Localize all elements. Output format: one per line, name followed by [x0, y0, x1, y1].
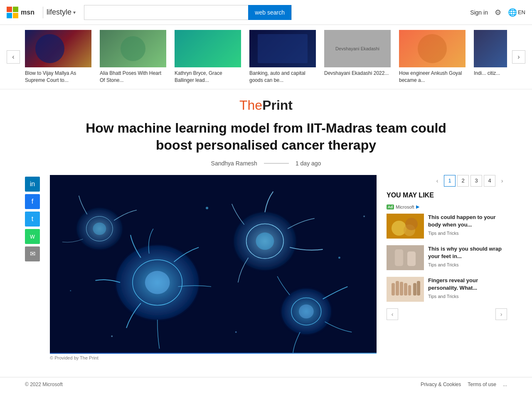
carousel-text-7: Indi... citiz...	[474, 70, 507, 77]
article-title: How machine learning model from IIT-Madr…	[79, 120, 453, 154]
header: msn lifestyle ▾ web search Sign in ⚙ 🌐 E…	[0, 0, 532, 25]
sidebar-next-arrow[interactable]: ›	[495, 308, 507, 320]
svg-rect-43	[408, 285, 411, 296]
linkedin-button[interactable]: in	[25, 177, 40, 192]
search-input[interactable]	[84, 5, 248, 20]
recommend-category-1: Tips and Tricks	[428, 231, 507, 236]
pagination-prev[interactable]: ‹	[432, 175, 442, 187]
carousel-prev-button[interactable]: ‹	[7, 50, 20, 64]
article-section: ThePrint How machine learning model from…	[0, 89, 532, 369]
pagination-next[interactable]: ›	[497, 175, 507, 187]
privacy-link[interactable]: Privacy & Cookies	[421, 382, 461, 387]
ad-label: Ad	[387, 204, 394, 209]
list-item[interactable]: Indi... citiz...	[474, 30, 507, 84]
footer: © 2022 Microsoft Privacy & Cookies Terms…	[0, 377, 532, 392]
recommend-title-3: Fingers reveal your personality. What...	[428, 277, 507, 292]
svg-point-10	[418, 34, 447, 63]
carousel-text-1: Blow to Vijay Mallya As Supreme Court to…	[25, 70, 91, 84]
whatsapp-button[interactable]: w	[25, 229, 40, 244]
svg-rect-35	[387, 245, 424, 270]
svg-rect-9	[258, 34, 308, 63]
search-button[interactable]: web search	[248, 5, 291, 20]
svg-rect-12	[50, 175, 377, 353]
recommend-item[interactable]: This is why you should wrap your feet in…	[387, 245, 507, 270]
msn-logo[interactable]: msn	[7, 7, 34, 18]
carousel-next-button[interactable]: ›	[512, 50, 525, 64]
list-item[interactable]: Banking, auto and capital goods can be..…	[249, 30, 316, 84]
msn-icon	[7, 7, 18, 18]
carousel-thumb-2	[100, 30, 166, 67]
recommend-text-1: This could happen to your body when you.…	[428, 214, 507, 235]
copyright: © 2022 Microsoft	[25, 382, 63, 387]
pagination-page-1[interactable]: 1	[444, 175, 456, 187]
sidebar-prev-arrow[interactable]: ‹	[387, 308, 398, 320]
sidebar-nav: ‹ ›	[387, 308, 507, 320]
facebook-button[interactable]: f	[25, 194, 40, 209]
article-published: 1 day ago	[296, 160, 321, 167]
lifestyle-nav[interactable]: lifestyle ▾	[47, 8, 76, 17]
list-item[interactable]: Devshayani Ekadashi Devshayani Ekadashi …	[324, 30, 391, 84]
pagination-page-3[interactable]: 3	[470, 175, 482, 187]
social-sidebar: in f t w ✉	[25, 175, 40, 360]
svg-point-25	[206, 207, 208, 209]
settings-icon[interactable]: ⚙	[495, 8, 501, 17]
svg-rect-5	[25, 30, 91, 67]
article-author: Sandhya Ramesh	[211, 160, 257, 167]
twitter-button[interactable]: t	[25, 212, 40, 227]
recommend-title-1: This could happen to your body when you.…	[428, 214, 507, 229]
carousel-thumb-1	[25, 30, 91, 67]
carousel-section: ‹ Blow to Vijay Mallya As Supreme Court …	[0, 25, 532, 89]
svg-rect-36	[395, 249, 403, 266]
you-may-like-title: YOU MAY LIKE	[387, 192, 507, 199]
meta-separator	[264, 163, 289, 164]
advertiser-name: Microsoft	[396, 204, 414, 209]
recommend-text-2: This is why you should wrap your feet in…	[428, 245, 507, 267]
article-image	[50, 175, 377, 354]
pagination-page-4[interactable]: 4	[484, 175, 495, 187]
article-meta: Sandhya Ramesh 1 day ago	[25, 160, 507, 167]
recommend-thumb-1	[387, 214, 424, 239]
header-right: Sign in ⚙ 🌐 EN	[470, 8, 525, 17]
svg-point-34	[405, 218, 418, 230]
recommend-item[interactable]: Fingers reveal your personality. What...…	[387, 277, 507, 302]
recommend-item[interactable]: This could happen to your body when you.…	[387, 214, 507, 239]
email-button[interactable]: ✉	[25, 246, 40, 261]
svg-point-21	[299, 304, 314, 318]
svg-rect-3	[13, 13, 18, 18]
list-item[interactable]: How engineer Ankush Goyal became a...	[399, 30, 466, 84]
chevron-down-icon: ▾	[73, 10, 76, 15]
search-bar: web search	[84, 5, 292, 20]
pagination-page-2[interactable]: 2	[457, 175, 469, 187]
recommend-category-3: Tips and Tricks	[428, 294, 507, 299]
terms-link[interactable]: Terms of use	[468, 382, 496, 387]
list-item[interactable]: Alia Bhatt Poses With Heart Of Stone...	[100, 30, 166, 84]
svg-rect-37	[407, 251, 416, 266]
carousel-thumb-5: Devshayani Ekadashi	[324, 30, 391, 67]
footer-links: Privacy & Cookies Terms of use ...	[421, 382, 507, 387]
source-name-bold: Print	[262, 98, 293, 113]
sign-in-link[interactable]: Sign in	[470, 9, 488, 16]
carousel-text-3: Kathryn Bryce, Grace Ballinger lead...	[175, 70, 241, 84]
recommend-category-2: Tips and Tricks	[428, 262, 507, 267]
list-item[interactable]: Kathryn Bryce, Grace Ballinger lead...	[175, 30, 241, 84]
svg-rect-41	[400, 282, 403, 296]
svg-rect-1	[13, 7, 18, 12]
svg-point-27	[338, 256, 340, 259]
svg-rect-0	[7, 7, 12, 12]
svg-point-28	[235, 331, 237, 333]
footer-more-button[interactable]: ...	[503, 382, 507, 387]
language-button[interactable]: 🌐 EN	[508, 8, 525, 17]
right-sidebar: ‹ 1 2 3 4 › YOU MAY LIKE Ad Microsoft ▶	[387, 175, 507, 360]
svg-point-29	[70, 290, 71, 291]
svg-rect-39	[392, 283, 395, 296]
article-body: in f t w ✉	[25, 175, 507, 360]
advertiser-icon: ▶	[416, 204, 419, 209]
svg-point-24	[93, 222, 106, 235]
recommend-title-2: This is why you should wrap your feet in…	[428, 245, 507, 260]
carousel-thumb-3	[175, 30, 241, 67]
list-item[interactable]: Blow to Vijay Mallya As Supreme Court to…	[25, 30, 91, 84]
svg-rect-11	[474, 30, 507, 67]
ad-badge: Ad Microsoft ▶	[387, 204, 419, 209]
recommend-thumb-2	[387, 245, 424, 270]
image-caption: © Provided by The Print	[50, 355, 377, 360]
